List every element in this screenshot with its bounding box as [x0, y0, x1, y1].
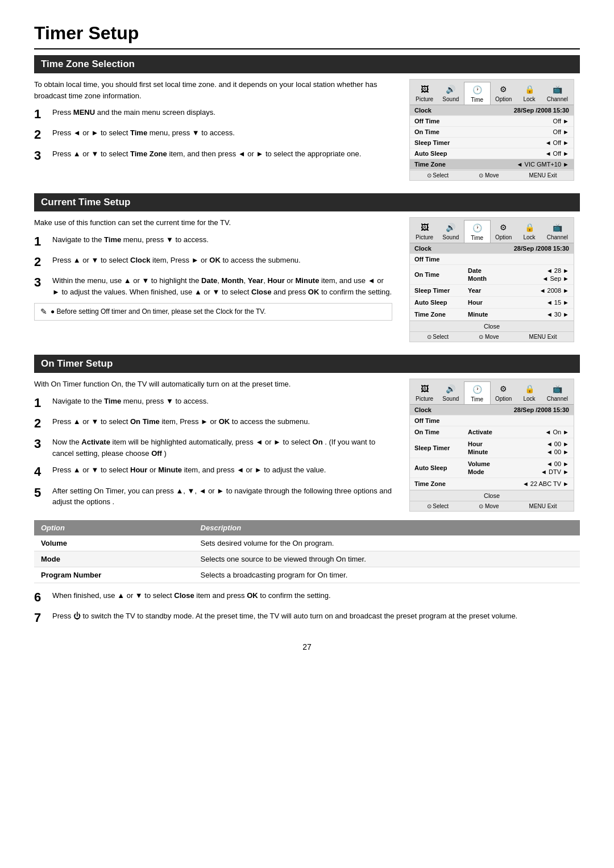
month-val: ◄ Sep ► — [499, 275, 569, 282]
step-3-ot: 3 Now the Activate item will be highligh… — [34, 437, 392, 459]
tab-label: Time — [471, 235, 483, 241]
tab-channel-ot: 📺Channel — [542, 381, 572, 404]
tab-label: Lock — [523, 396, 535, 402]
submenu-hour-ot: Hour◄ 00 ► — [468, 440, 569, 448]
channel-icon-ot: 📺 — [551, 383, 563, 394]
autosleep-label-ot: Auto Sleep — [414, 464, 466, 471]
channel-key-ot — [468, 480, 499, 487]
page-title: Timer Setup — [34, 23, 580, 49]
time-icon: 🕐 — [471, 84, 483, 95]
submenu-mode-ot: Mode◄ DTV ► — [468, 468, 569, 476]
tv-menu-close-ot: Close — [410, 490, 574, 501]
option-icon-ot: ⚙ — [497, 383, 510, 394]
submenu-ct2: Year◄ 2008 ► — [466, 286, 569, 294]
sleep-label-ot: Sleep Timer — [414, 445, 466, 451]
step-text: Press ▲ or ▼ to select Time Zone item, a… — [52, 148, 361, 160]
note-text-ct: Before setting Off timer and On timer, p… — [51, 307, 266, 317]
minute-key: Minute — [468, 311, 499, 318]
option-icon-ct: ⚙ — [497, 222, 510, 233]
clock-label-ct: Clock — [414, 245, 466, 252]
tab-channel-ct: 📺Channel — [542, 220, 572, 243]
hour-val: ◄ 15 ► — [499, 299, 569, 306]
step-text: Press ◄ or ► to select Time menu, press … — [52, 127, 235, 139]
step-2-ot: 2 Press ▲ or ▼ to select On Time item, P… — [34, 416, 392, 431]
note-box-ct: ✎ Before setting Off timer and On timer,… — [34, 303, 392, 321]
section-header-on-timer: On Timer Setup — [34, 355, 580, 373]
submenu-ct3: Hour◄ 15 ► — [466, 298, 569, 306]
tv-menu-body-ot: Clock 28/Sep /2008 15:30 Off Time On Tim… — [410, 405, 574, 490]
year-val: ◄ 2008 ► — [499, 287, 569, 294]
channel-icon-ct: 📺 — [551, 222, 563, 233]
options-row-volume: Volume Sets desired volume for the On pr… — [34, 535, 580, 551]
menu-image-tz: 🖼Picture 🔊Sound 🕐Time ⚙Option 🔒Lock 📺Cha… — [409, 79, 580, 181]
submenu-month: Month◄ Sep ► — [468, 275, 569, 283]
step-text: Navigate to the Time menu, press ▼ to ac… — [52, 234, 209, 246]
step-num: 6 — [34, 590, 47, 605]
tab-option-ct: ⚙Option — [491, 220, 516, 243]
tab-label: Sound — [442, 234, 459, 240]
tv-menu-sleep-row: Sleep Timer ◄ Off ► — [410, 138, 574, 148]
ontime-label-ot: On Time — [414, 429, 466, 435]
tv-menu-footer-ot: ⊙ Select ⊙ Move MENU Exit — [410, 501, 574, 511]
tv-menu-ontime-row: On Time Off ► — [410, 127, 574, 138]
steps-on-timer-after: 6 When finished, use ▲ or ▼ to select Cl… — [34, 590, 580, 626]
section-time-zone: Time Zone Selection To obtain local time… — [34, 55, 580, 181]
step-text: After setting On Timer, you can press ▲,… — [52, 485, 392, 508]
intro-text-on-timer: With On Timer function On, the TV will a… — [34, 379, 392, 390]
tv-menu-timezone-ot: Time Zone ◄ 22 ABC TV ► — [410, 478, 574, 490]
offtime-label-ct: Off Time — [414, 256, 466, 263]
step-num: 1 — [34, 107, 47, 122]
options-table: Option Description Volume Sets desired v… — [34, 520, 580, 583]
section-text-current-time: Make use of this function can set the cu… — [34, 217, 392, 342]
clock-label: Clock — [414, 107, 466, 114]
tv-menu-offtime-row: Off Time Off ► — [410, 116, 574, 127]
sleep-value: ◄ Off ► — [466, 139, 569, 146]
footer-move-ot: ⊙ Move — [479, 503, 499, 509]
step-num: 4 — [34, 464, 47, 479]
step-1-ct: 1 Navigate to the Time menu, press ▼ to … — [34, 234, 392, 249]
section-header-current-time: Current Time Setup — [34, 193, 580, 211]
step-num: 3 — [34, 148, 47, 163]
tab-label: Option — [495, 234, 512, 240]
submenu-hour: Hour◄ 15 ► — [468, 298, 569, 306]
ontime-label: On Time — [414, 128, 466, 135]
section-text-time-zone: To obtain local time, you should first s… — [34, 79, 392, 181]
submenu-minute: Minute◄ 30 ► — [468, 310, 569, 318]
tab-time-ct: 🕐Time — [464, 220, 491, 243]
submenu-ot: Activate◄ On ► — [466, 428, 569, 436]
tab-lock: 🔒Lock — [516, 82, 542, 105]
tv-menu-sleep-ct: Sleep Timer Year◄ 2008 ► — [410, 285, 574, 297]
offtime-label-ot: Off Time — [414, 417, 466, 424]
sound-icon: 🔊 — [445, 84, 457, 95]
tv-menu-tz: 🖼Picture 🔊Sound 🕐Time ⚙Option 🔒Lock 📺Cha… — [409, 79, 574, 181]
step-3-ct: 3 Within the menu, use ▲ or ▼ to highlig… — [34, 275, 392, 297]
submenu-ot3: Volume◄ 00 ► Mode◄ DTV ► — [466, 460, 569, 476]
step-text: Within the menu, use ▲ or ▼ to highlight… — [52, 275, 392, 297]
tv-menu-ot: 🖼Picture 🔊Sound 🕐Time ⚙Option 🔒Lock 📺Cha… — [409, 379, 574, 512]
submenu-ct: Date◄ 28 ► Month◄ Sep ► — [466, 267, 569, 283]
tv-menu-clock-row-ot: Clock 28/Sep /2008 15:30 — [410, 405, 574, 416]
lock-icon-ot: 🔒 — [523, 383, 536, 394]
tv-menu-close-ct: Close — [410, 321, 574, 331]
sound-icon-ct: 🔊 — [445, 222, 457, 233]
minute-key-ot: Minute — [468, 448, 499, 455]
options-row-program: Program Number Selects a broadcasting pr… — [34, 567, 580, 583]
tv-menu-body-tz: Clock 28/Sep /2008 15:30 Off Time Off ► … — [410, 105, 574, 170]
footer-exit-ct: MENU Exit — [529, 334, 557, 340]
autosleep-value: ◄ Off ► — [466, 150, 569, 157]
activate-key: Activate — [468, 429, 499, 435]
clock-value: 28/Sep /2008 15:30 — [466, 107, 569, 114]
options-desc-program: Selects a broadcasting program for On ti… — [194, 567, 580, 583]
tv-menu-footer-tz: ⊙ Select ⊙ Move MENU Exit — [410, 170, 574, 180]
tab-picture-ot: 🖼Picture — [411, 381, 438, 404]
autosleep-label: Auto Sleep — [414, 150, 466, 157]
tv-menu-autosleep-ct: Auto Sleep Hour◄ 15 ► — [410, 297, 574, 309]
tv-menu-clock-row-ct: Clock 28/Sep /2008 15:30 — [410, 243, 574, 254]
tab-label: Option — [495, 396, 512, 402]
tab-option: ⚙Option — [491, 82, 516, 105]
timezone-label: Time Zone — [414, 161, 466, 168]
offtime-label: Off Time — [414, 118, 466, 124]
tv-menu-ontime-ot: On Time Activate◄ On ► — [410, 426, 574, 438]
step-text: Navigate to the Time menu, press ▼ to ac… — [52, 396, 209, 407]
step-text: Press MENU and the main menu screen disp… — [52, 107, 215, 118]
